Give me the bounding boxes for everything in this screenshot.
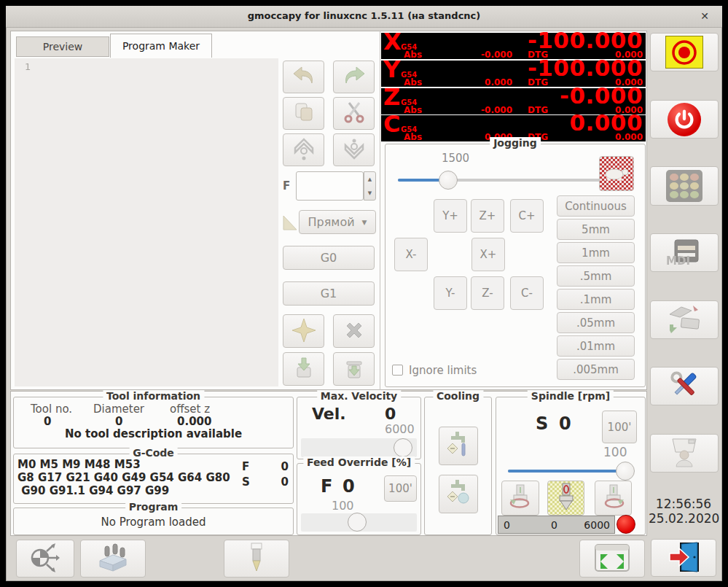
machine-on-button[interactable] xyxy=(650,100,719,139)
cut-button[interactable] xyxy=(333,97,375,130)
move-line-up-button[interactable] xyxy=(283,133,324,166)
gcode-editor[interactable]: 1 xyxy=(15,58,278,386)
increment-label: .1mm xyxy=(580,293,612,306)
angle-icon xyxy=(281,211,299,235)
g0-label: G0 xyxy=(321,251,337,265)
increment-001mm-button[interactable]: .01mm xyxy=(557,335,635,357)
fullscreen-button[interactable] xyxy=(579,540,645,578)
tab-program-maker[interactable]: Program Maker xyxy=(110,34,212,58)
dtg-label: DTG xyxy=(528,105,548,115)
increment-label: 5mm xyxy=(582,223,610,236)
estop-icon xyxy=(665,36,703,69)
exit-button[interactable] xyxy=(651,539,716,577)
spindle-bar-max: 6000 xyxy=(584,519,610,531)
jog-z-plus-button[interactable]: Z+ xyxy=(471,199,504,233)
homing-button[interactable] xyxy=(650,166,719,206)
increment-label: .005mm xyxy=(573,363,619,376)
tab-preview[interactable]: Preview xyxy=(16,36,109,57)
move-line-down-button[interactable] xyxy=(333,133,375,166)
discard-program-button[interactable] xyxy=(333,352,375,386)
mist-coolant-button[interactable] xyxy=(439,475,478,513)
increment-05mm-button[interactable]: .5mm xyxy=(557,265,635,287)
jog-y-plus-button[interactable]: Y+ xyxy=(434,199,467,233)
touch-off-button[interactable] xyxy=(16,540,74,578)
tooledit-icon xyxy=(665,303,703,337)
vel-max: 6000 xyxy=(385,422,415,436)
jog-c-minus-button[interactable]: C- xyxy=(510,276,544,310)
offset-z-header: offset z xyxy=(170,403,210,416)
program-status: No Program loaded xyxy=(13,516,294,529)
ignore-limits-checkbox[interactable] xyxy=(392,365,403,376)
jog-z-minus-button[interactable]: Z- xyxy=(471,276,504,310)
motion-type-value: Прямой xyxy=(308,215,355,229)
touch-plate-button[interactable] xyxy=(80,540,146,578)
spin-down-icon[interactable]: ▼ xyxy=(368,190,372,196)
spin-up-icon[interactable]: ▲ xyxy=(368,176,372,182)
increment-continuous-button[interactable]: Continuous xyxy=(557,195,635,217)
redo-button[interactable] xyxy=(333,61,375,93)
turtle-jog-toggle-button[interactable] xyxy=(599,156,634,191)
jog-y-minus-button[interactable]: Y- xyxy=(434,276,467,310)
spindle-override-slider-handle[interactable] xyxy=(616,462,635,481)
mdi-label: MDI xyxy=(666,254,690,268)
redo-icon xyxy=(342,65,367,89)
tool-measure-button[interactable] xyxy=(224,540,289,578)
jog-c-plus-button[interactable]: C+ xyxy=(510,199,544,233)
feed-override-slider-handle[interactable] xyxy=(348,513,367,532)
g0-button[interactable]: G0 xyxy=(283,246,375,270)
tab-program-maker-label: Program Maker xyxy=(122,40,200,52)
spindle-right-button[interactable] xyxy=(595,481,632,516)
spindle-stop-button[interactable] xyxy=(547,481,584,516)
vel-label: Vel. xyxy=(312,405,346,423)
increment-01mm-button[interactable]: .1mm xyxy=(557,289,635,310)
increment-005mm-button[interactable]: .05mm xyxy=(557,312,635,333)
close-icon[interactable]: ✕ xyxy=(700,10,709,22)
abs-label: Abs xyxy=(404,50,422,60)
cooling-title: Cooling xyxy=(433,390,483,402)
workpiece-icon xyxy=(95,542,130,576)
spindle-at-speed-led xyxy=(617,515,635,534)
spindle-left-button[interactable] xyxy=(501,481,539,516)
increment-1mm-button[interactable]: 1mm xyxy=(557,242,635,263)
delete-line-button[interactable] xyxy=(333,314,375,348)
estop-button[interactable] xyxy=(650,33,719,71)
g1-button[interactable]: G1 xyxy=(283,281,375,306)
mdi-button[interactable]: MDI xyxy=(650,233,719,272)
settings-icon xyxy=(667,368,702,405)
save-program-button[interactable] xyxy=(283,352,324,386)
flood-coolant-button[interactable] xyxy=(439,427,478,465)
undo-button[interactable] xyxy=(283,61,324,93)
power-icon xyxy=(668,103,701,136)
trash-icon xyxy=(343,357,366,382)
diameter-value: 0 xyxy=(115,415,122,428)
spindle-override-reset-button[interactable]: 100' xyxy=(602,411,637,443)
axis-letter: Z xyxy=(383,83,400,111)
axis-letter: C xyxy=(383,110,400,138)
feed-entry-spinner[interactable]: ▲ ▼ xyxy=(364,171,376,201)
max-velocity-slider-handle[interactable] xyxy=(394,438,412,457)
feed-override-reset-button[interactable]: 100' xyxy=(384,475,417,502)
feed-entry[interactable] xyxy=(296,171,364,201)
motion-type-dropdown[interactable]: Прямой ▼ xyxy=(299,210,376,234)
axis-position: -100.000 xyxy=(528,55,643,81)
copy-icon xyxy=(292,101,316,126)
settings-button[interactable] xyxy=(650,367,719,405)
axis-position: -100.000 xyxy=(528,27,643,53)
jog-label: Y- xyxy=(446,287,455,300)
tool-settings-button[interactable] xyxy=(650,300,719,339)
jog-speed-slider-handle[interactable] xyxy=(439,171,458,190)
clock-date: 25.02.2020 xyxy=(649,511,719,526)
axis-letter: Y xyxy=(383,55,400,83)
user-tabs-button[interactable] xyxy=(650,434,719,473)
jog-x-plus-button[interactable]: X+ xyxy=(471,238,505,271)
jog-label: C- xyxy=(521,287,533,300)
new-line-button[interactable] xyxy=(283,314,324,348)
undo-icon xyxy=(291,65,316,89)
increment-0005mm-button[interactable]: .005mm xyxy=(557,359,635,380)
spindle-ccw-icon xyxy=(507,483,533,513)
increment-5mm-button[interactable]: 5mm xyxy=(557,219,635,240)
tool-info-title: Tool information xyxy=(103,390,204,402)
jog-x-minus-button[interactable]: X- xyxy=(394,238,428,271)
arrow-down-icon xyxy=(342,136,367,163)
copy-button[interactable] xyxy=(283,97,324,130)
